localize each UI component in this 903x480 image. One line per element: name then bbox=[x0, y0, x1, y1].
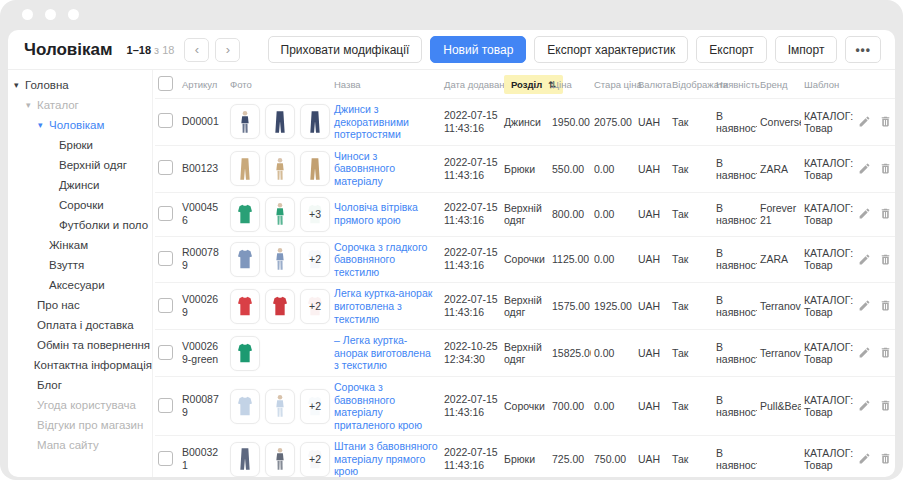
product-photo[interactable] bbox=[230, 336, 260, 371]
product-name-link[interactable]: Сорочка з бавовняного матеріалу притален… bbox=[334, 381, 438, 431]
product-name-link[interactable]: – Легка куртка-анорак виготовлена з текс… bbox=[334, 334, 438, 372]
product-photo[interactable] bbox=[300, 151, 330, 186]
window-maximize-button[interactable] bbox=[68, 9, 79, 20]
more-photos-thumb[interactable]: +2 bbox=[300, 442, 330, 477]
sidebar-item-women[interactable]: Жінкам bbox=[8, 235, 152, 255]
sidebar-item-men[interactable]: ▾Чоловікам bbox=[8, 115, 152, 135]
row-checkbox[interactable] bbox=[158, 206, 173, 221]
edit-icon[interactable] bbox=[858, 115, 872, 129]
more-actions-button[interactable]: ••• bbox=[845, 36, 881, 63]
edit-icon[interactable] bbox=[858, 253, 872, 267]
row-checkbox[interactable] bbox=[158, 160, 173, 175]
product-photo[interactable] bbox=[265, 289, 295, 324]
sidebar-item-blog[interactable]: Блог bbox=[8, 375, 152, 395]
sidebar-item-sitemap[interactable]: Мапа сайту bbox=[8, 435, 152, 455]
export-characteristics-button[interactable]: Експорт характеристик bbox=[534, 36, 688, 63]
edit-icon[interactable] bbox=[858, 207, 872, 221]
edit-icon[interactable] bbox=[858, 452, 872, 466]
visible-cell: Так bbox=[669, 236, 713, 283]
edit-icon[interactable] bbox=[858, 162, 872, 176]
more-photos-thumb[interactable]: +2 bbox=[300, 389, 330, 424]
edit-icon[interactable] bbox=[858, 399, 872, 413]
sidebar-item-exchange-returns[interactable]: Обмін та повернення bbox=[8, 335, 152, 355]
row-checkbox[interactable] bbox=[158, 398, 173, 413]
product-name-link[interactable]: Легка куртка-анорак виготовлена з тексти… bbox=[334, 287, 438, 325]
sidebar-item-jeans[interactable]: Джинси bbox=[8, 175, 152, 195]
row-checkbox[interactable] bbox=[158, 298, 173, 313]
delete-icon[interactable] bbox=[879, 399, 893, 413]
sidebar-item-about-us[interactable]: Про нас bbox=[8, 295, 152, 315]
sidebar-item-user-agreement[interactable]: Угода користувача bbox=[8, 395, 152, 415]
product-photo[interactable] bbox=[265, 151, 295, 186]
more-photos-thumb[interactable]: +2 bbox=[300, 289, 330, 324]
product-photo[interactable] bbox=[265, 442, 295, 477]
template-cell: КАТАЛОГ: Товар bbox=[801, 436, 855, 477]
delete-icon[interactable] bbox=[879, 162, 893, 176]
product-name-link[interactable]: Штани з бавовняного матеріалу прямого кр… bbox=[334, 440, 438, 477]
sidebar-item-contact-info[interactable]: Контактна інформація bbox=[8, 355, 152, 375]
product-name-link[interactable]: Джинси з декоративними потертостями bbox=[334, 103, 438, 141]
table-header-row: АртикулФотоНазваДата додаванняРозділ⇅Цін… bbox=[155, 70, 895, 99]
sidebar-item-home[interactable]: ▾Головна bbox=[8, 75, 152, 95]
product-photo[interactable] bbox=[230, 104, 260, 139]
product-name-link[interactable]: Чоловіча вітрівка прямого крою bbox=[334, 201, 438, 226]
edit-icon[interactable] bbox=[858, 346, 872, 360]
price-cell: 800.00 bbox=[549, 192, 591, 236]
edit-icon[interactable] bbox=[858, 299, 872, 313]
sidebar-item-trousers[interactable]: Брюки bbox=[8, 135, 152, 155]
product-photo[interactable] bbox=[230, 289, 260, 324]
row-checkbox[interactable] bbox=[158, 251, 173, 266]
product-photo[interactable] bbox=[230, 389, 260, 424]
product-photo[interactable] bbox=[265, 242, 295, 277]
pagination-next-button[interactable]: › bbox=[215, 38, 240, 62]
product-name-link[interactable]: Чиноси з бавовняного матеріалу bbox=[334, 150, 438, 188]
delete-icon[interactable] bbox=[879, 253, 893, 267]
product-photo[interactable] bbox=[230, 442, 260, 477]
more-photos-thumb[interactable]: +2 bbox=[300, 242, 330, 277]
export-button[interactable]: Експорт bbox=[696, 36, 766, 63]
product-photo[interactable] bbox=[265, 197, 295, 232]
sidebar-item-label: Головна bbox=[25, 79, 69, 91]
old-price-cell: 0.00 bbox=[591, 236, 635, 283]
sidebar-item-footwear[interactable]: Взуття bbox=[8, 255, 152, 275]
delete-icon[interactable] bbox=[879, 207, 893, 221]
sidebar-item-label: Жінкам bbox=[49, 239, 88, 251]
sidebar-item-payment-delivery[interactable]: Оплата і доставка bbox=[8, 315, 152, 335]
template-cell: КАТАЛОГ: Товар bbox=[801, 330, 855, 377]
sidebar-item-shirts[interactable]: Сорочки bbox=[8, 195, 152, 215]
product-photo[interactable] bbox=[230, 197, 260, 232]
new-product-button[interactable]: Новий товар bbox=[430, 36, 526, 63]
pagination-prev-button[interactable]: ‹ bbox=[184, 38, 209, 62]
page-title: Чоловікам bbox=[24, 40, 113, 60]
hide-modifications-button[interactable]: Приховати модифікації bbox=[268, 36, 423, 63]
select-all-checkbox[interactable] bbox=[158, 76, 173, 91]
delete-icon[interactable] bbox=[879, 299, 893, 313]
sidebar-item-store-reviews[interactable]: Відгуки про магазин bbox=[8, 415, 152, 435]
more-photos-thumb[interactable]: +3 bbox=[300, 197, 330, 232]
window-minimize-button[interactable] bbox=[45, 9, 56, 20]
row-checkbox[interactable] bbox=[158, 345, 173, 360]
product-photo[interactable] bbox=[230, 242, 260, 277]
delete-icon[interactable] bbox=[879, 346, 893, 360]
product-photo[interactable] bbox=[300, 104, 330, 139]
row-checkbox[interactable] bbox=[158, 113, 173, 128]
product-photo[interactable] bbox=[265, 104, 295, 139]
sidebar-item-tshirts-polo[interactable]: Футболки и поло bbox=[8, 215, 152, 235]
window-close-button[interactable] bbox=[22, 9, 33, 20]
brand-cell bbox=[757, 436, 801, 477]
photos-cell: +3 bbox=[227, 192, 331, 236]
product-photo[interactable] bbox=[230, 151, 260, 186]
sidebar-item-catalog[interactable]: ▾Каталог bbox=[8, 95, 152, 115]
sku-cell: B000321 bbox=[179, 436, 227, 477]
product-name-link[interactable]: Сорочка з гладкого бавовняного текстилю bbox=[334, 241, 438, 279]
sidebar-item-accessories[interactable]: Аксесуари bbox=[8, 275, 152, 295]
sidebar-item-outerwear[interactable]: Верхній одяг bbox=[8, 155, 152, 175]
product-photo[interactable] bbox=[265, 389, 295, 424]
name-cell: Джинси з декоративними потертостями bbox=[331, 99, 441, 146]
row-checkbox[interactable] bbox=[158, 451, 173, 466]
delete-icon[interactable] bbox=[879, 115, 893, 129]
date-added-cell: 2022-07-15 11:43:16 bbox=[441, 436, 501, 477]
import-button[interactable]: Імпорт bbox=[775, 36, 838, 63]
more-photos-count: +2 bbox=[301, 243, 329, 276]
delete-icon[interactable] bbox=[879, 452, 893, 466]
